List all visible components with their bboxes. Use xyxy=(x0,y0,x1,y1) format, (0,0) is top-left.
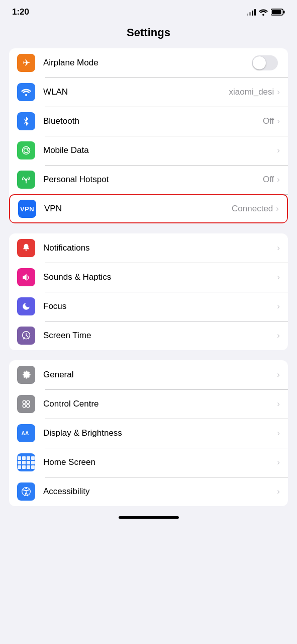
focus-icon xyxy=(17,297,35,315)
vpn-value: Connected xyxy=(232,204,273,214)
status-bar: 1:20 xyxy=(0,0,297,21)
settings-row-airplane-mode[interactable]: ✈ Airplane Mode xyxy=(9,48,288,77)
vpn-icon-label: VPN xyxy=(20,205,34,213)
personal-hotspot-label: Personal Hotspot xyxy=(43,175,263,185)
settings-row-home-screen[interactable]: Home Screen › xyxy=(9,448,288,477)
status-icons xyxy=(247,9,285,16)
vpn-label: VPN xyxy=(44,204,232,214)
accessibility-icon xyxy=(17,482,35,501)
bluetooth-chevron: › xyxy=(277,116,280,126)
svg-point-11 xyxy=(23,405,26,408)
general-group: General › Control Centre › AA Display & … xyxy=(9,360,288,506)
notifications-chevron: › xyxy=(277,243,280,253)
settings-row-wlan[interactable]: WLAN xiaomi_desi › xyxy=(9,77,288,107)
control-centre-chevron: › xyxy=(277,399,280,409)
settings-row-vpn[interactable]: VPN VPN Connected › xyxy=(9,194,288,223)
svg-point-10 xyxy=(27,400,30,404)
toggle-knob xyxy=(253,56,266,69)
svg-text:AA: AA xyxy=(22,431,29,436)
display-brightness-chevron: › xyxy=(277,428,280,438)
bluetooth-label: Bluetooth xyxy=(43,116,263,126)
hotspot-icon xyxy=(17,171,35,189)
wlan-value: xiaomi_desi xyxy=(229,87,274,97)
focus-label: Focus xyxy=(43,301,277,311)
sounds-haptics-chevron: › xyxy=(277,272,280,282)
sounds-icon xyxy=(17,268,35,286)
vpn-chevron: › xyxy=(276,204,279,214)
home-screen-grid xyxy=(18,456,35,469)
settings-row-personal-hotspot[interactable]: Personal Hotspot Off › xyxy=(9,165,288,194)
connectivity-group: ✈ Airplane Mode WLAN xiaomi_desi › Bluet… xyxy=(9,48,288,223)
control-centre-icon xyxy=(17,395,35,413)
svg-point-0 xyxy=(262,14,264,16)
notifications-group: Notifications › Sounds & Haptics › Focus… xyxy=(9,233,288,350)
airplane-mode-label: Airplane Mode xyxy=(43,58,252,68)
personal-hotspot-value: Off xyxy=(263,175,274,185)
home-screen-icon xyxy=(17,453,35,471)
display-brightness-icon: AA xyxy=(17,424,35,442)
bluetooth-icon xyxy=(17,112,35,130)
settings-row-sounds-haptics[interactable]: Sounds & Haptics › xyxy=(9,263,288,292)
bluetooth-value: Off xyxy=(263,116,274,126)
notifications-icon xyxy=(17,239,35,257)
wlan-icon xyxy=(17,83,35,101)
status-time: 1:20 xyxy=(12,7,29,17)
home-screen-label: Home Screen xyxy=(43,457,277,467)
accessibility-label: Accessibility xyxy=(43,487,277,497)
home-screen-chevron: › xyxy=(277,457,280,467)
settings-row-control-centre[interactable]: Control Centre › xyxy=(9,389,288,419)
settings-row-bluetooth[interactable]: Bluetooth Off › xyxy=(9,107,288,136)
general-chevron: › xyxy=(277,370,280,380)
mobile-data-label: Mobile Data xyxy=(43,145,277,155)
wifi-status-icon xyxy=(259,9,268,16)
wlan-chevron: › xyxy=(277,87,280,97)
personal-hotspot-chevron: › xyxy=(277,175,280,185)
settings-row-focus[interactable]: Focus › xyxy=(9,292,288,321)
svg-rect-2 xyxy=(283,11,285,14)
general-label: General xyxy=(43,370,277,380)
settings-row-accessibility[interactable]: Accessibility › xyxy=(9,477,288,506)
svg-marker-8 xyxy=(23,274,27,281)
settings-row-screen-time[interactable]: Screen Time › xyxy=(9,321,288,350)
notifications-label: Notifications xyxy=(43,243,277,253)
sounds-haptics-label: Sounds & Haptics xyxy=(43,272,277,282)
general-icon xyxy=(17,366,35,384)
settings-row-notifications[interactable]: Notifications › xyxy=(9,233,288,263)
svg-point-4 xyxy=(25,94,27,96)
screen-time-label: Screen Time xyxy=(43,331,277,341)
vpn-icon: VPN xyxy=(18,200,36,218)
mobile-data-chevron: › xyxy=(277,145,280,155)
settings-row-mobile-data[interactable]: Mobile Data › xyxy=(9,136,288,165)
signal-icon xyxy=(247,9,256,16)
focus-chevron: › xyxy=(277,301,280,311)
control-centre-label: Control Centre xyxy=(43,399,277,409)
airplane-icon: ✈ xyxy=(17,54,35,72)
home-indicator xyxy=(119,516,179,519)
airplane-mode-toggle[interactable] xyxy=(252,55,278,70)
svg-point-12 xyxy=(27,405,30,408)
accessibility-chevron: › xyxy=(277,487,280,497)
svg-point-9 xyxy=(23,400,26,404)
page-title: Settings xyxy=(0,21,297,48)
battery-icon xyxy=(271,9,285,16)
settings-row-general[interactable]: General › xyxy=(9,360,288,389)
wlan-label: WLAN xyxy=(43,87,229,97)
screen-time-icon xyxy=(17,327,35,345)
display-brightness-label: Display & Brightness xyxy=(43,428,277,438)
settings-row-display-brightness[interactable]: AA Display & Brightness › xyxy=(9,419,288,448)
mobile-data-icon xyxy=(17,141,35,159)
screen-time-chevron: › xyxy=(277,331,280,341)
svg-rect-3 xyxy=(272,10,281,14)
